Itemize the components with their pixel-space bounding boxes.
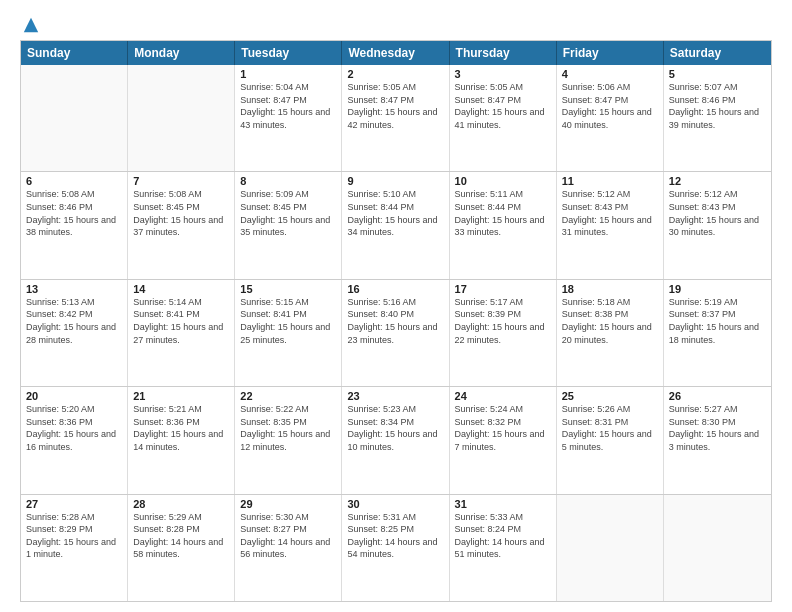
calendar-row-4: 20Sunrise: 5:20 AM Sunset: 8:36 PM Dayli…: [21, 386, 771, 493]
day-cell-21: 21Sunrise: 5:21 AM Sunset: 8:36 PM Dayli…: [128, 387, 235, 493]
day-number: 24: [455, 390, 551, 402]
day-cell-6: 6Sunrise: 5:08 AM Sunset: 8:46 PM Daylig…: [21, 172, 128, 278]
calendar-row-1: 1Sunrise: 5:04 AM Sunset: 8:47 PM Daylig…: [21, 65, 771, 171]
day-number: 5: [669, 68, 766, 80]
calendar: SundayMondayTuesdayWednesdayThursdayFrid…: [20, 40, 772, 602]
day-cell-22: 22Sunrise: 5:22 AM Sunset: 8:35 PM Dayli…: [235, 387, 342, 493]
day-cell-8: 8Sunrise: 5:09 AM Sunset: 8:45 PM Daylig…: [235, 172, 342, 278]
day-number: 4: [562, 68, 658, 80]
day-cell-31: 31Sunrise: 5:33 AM Sunset: 8:24 PM Dayli…: [450, 495, 557, 601]
day-number: 29: [240, 498, 336, 510]
day-info: Sunrise: 5:26 AM Sunset: 8:31 PM Dayligh…: [562, 403, 658, 453]
day-header-sunday: Sunday: [21, 41, 128, 65]
calendar-body: 1Sunrise: 5:04 AM Sunset: 8:47 PM Daylig…: [21, 65, 771, 601]
day-cell-25: 25Sunrise: 5:26 AM Sunset: 8:31 PM Dayli…: [557, 387, 664, 493]
day-number: 7: [133, 175, 229, 187]
day-cell-26: 26Sunrise: 5:27 AM Sunset: 8:30 PM Dayli…: [664, 387, 771, 493]
day-number: 11: [562, 175, 658, 187]
day-info: Sunrise: 5:05 AM Sunset: 8:47 PM Dayligh…: [347, 81, 443, 131]
day-info: Sunrise: 5:27 AM Sunset: 8:30 PM Dayligh…: [669, 403, 766, 453]
day-info: Sunrise: 5:28 AM Sunset: 8:29 PM Dayligh…: [26, 511, 122, 561]
day-header-wednesday: Wednesday: [342, 41, 449, 65]
day-number: 22: [240, 390, 336, 402]
day-number: 13: [26, 283, 122, 295]
day-info: Sunrise: 5:08 AM Sunset: 8:46 PM Dayligh…: [26, 188, 122, 238]
day-number: 18: [562, 283, 658, 295]
day-info: Sunrise: 5:31 AM Sunset: 8:25 PM Dayligh…: [347, 511, 443, 561]
empty-cell: [557, 495, 664, 601]
day-info: Sunrise: 5:09 AM Sunset: 8:45 PM Dayligh…: [240, 188, 336, 238]
day-info: Sunrise: 5:18 AM Sunset: 8:38 PM Dayligh…: [562, 296, 658, 346]
day-cell-9: 9Sunrise: 5:10 AM Sunset: 8:44 PM Daylig…: [342, 172, 449, 278]
day-number: 21: [133, 390, 229, 402]
day-number: 9: [347, 175, 443, 187]
day-info: Sunrise: 5:33 AM Sunset: 8:24 PM Dayligh…: [455, 511, 551, 561]
logo: [20, 16, 40, 30]
day-cell-16: 16Sunrise: 5:16 AM Sunset: 8:40 PM Dayli…: [342, 280, 449, 386]
day-number: 27: [26, 498, 122, 510]
day-number: 17: [455, 283, 551, 295]
day-header-friday: Friday: [557, 41, 664, 65]
day-number: 12: [669, 175, 766, 187]
day-info: Sunrise: 5:16 AM Sunset: 8:40 PM Dayligh…: [347, 296, 443, 346]
day-number: 30: [347, 498, 443, 510]
day-cell-20: 20Sunrise: 5:20 AM Sunset: 8:36 PM Dayli…: [21, 387, 128, 493]
day-header-monday: Monday: [128, 41, 235, 65]
day-cell-3: 3Sunrise: 5:05 AM Sunset: 8:47 PM Daylig…: [450, 65, 557, 171]
page: SundayMondayTuesdayWednesdayThursdayFrid…: [0, 0, 792, 612]
calendar-header: SundayMondayTuesdayWednesdayThursdayFrid…: [21, 41, 771, 65]
day-number: 23: [347, 390, 443, 402]
day-info: Sunrise: 5:29 AM Sunset: 8:28 PM Dayligh…: [133, 511, 229, 561]
day-cell-1: 1Sunrise: 5:04 AM Sunset: 8:47 PM Daylig…: [235, 65, 342, 171]
day-info: Sunrise: 5:22 AM Sunset: 8:35 PM Dayligh…: [240, 403, 336, 453]
day-number: 19: [669, 283, 766, 295]
day-info: Sunrise: 5:17 AM Sunset: 8:39 PM Dayligh…: [455, 296, 551, 346]
day-cell-27: 27Sunrise: 5:28 AM Sunset: 8:29 PM Dayli…: [21, 495, 128, 601]
day-info: Sunrise: 5:14 AM Sunset: 8:41 PM Dayligh…: [133, 296, 229, 346]
svg-marker-0: [24, 18, 38, 32]
day-cell-11: 11Sunrise: 5:12 AM Sunset: 8:43 PM Dayli…: [557, 172, 664, 278]
day-info: Sunrise: 5:05 AM Sunset: 8:47 PM Dayligh…: [455, 81, 551, 131]
day-number: 26: [669, 390, 766, 402]
day-info: Sunrise: 5:12 AM Sunset: 8:43 PM Dayligh…: [669, 188, 766, 238]
day-info: Sunrise: 5:13 AM Sunset: 8:42 PM Dayligh…: [26, 296, 122, 346]
day-cell-2: 2Sunrise: 5:05 AM Sunset: 8:47 PM Daylig…: [342, 65, 449, 171]
day-header-thursday: Thursday: [450, 41, 557, 65]
day-number: 2: [347, 68, 443, 80]
calendar-row-2: 6Sunrise: 5:08 AM Sunset: 8:46 PM Daylig…: [21, 171, 771, 278]
day-cell-28: 28Sunrise: 5:29 AM Sunset: 8:28 PM Dayli…: [128, 495, 235, 601]
empty-cell: [21, 65, 128, 171]
day-cell-10: 10Sunrise: 5:11 AM Sunset: 8:44 PM Dayli…: [450, 172, 557, 278]
day-number: 15: [240, 283, 336, 295]
day-cell-30: 30Sunrise: 5:31 AM Sunset: 8:25 PM Dayli…: [342, 495, 449, 601]
day-cell-14: 14Sunrise: 5:14 AM Sunset: 8:41 PM Dayli…: [128, 280, 235, 386]
day-header-tuesday: Tuesday: [235, 41, 342, 65]
calendar-row-3: 13Sunrise: 5:13 AM Sunset: 8:42 PM Dayli…: [21, 279, 771, 386]
day-cell-23: 23Sunrise: 5:23 AM Sunset: 8:34 PM Dayli…: [342, 387, 449, 493]
day-info: Sunrise: 5:24 AM Sunset: 8:32 PM Dayligh…: [455, 403, 551, 453]
calendar-row-5: 27Sunrise: 5:28 AM Sunset: 8:29 PM Dayli…: [21, 494, 771, 601]
day-cell-19: 19Sunrise: 5:19 AM Sunset: 8:37 PM Dayli…: [664, 280, 771, 386]
day-info: Sunrise: 5:11 AM Sunset: 8:44 PM Dayligh…: [455, 188, 551, 238]
empty-cell: [128, 65, 235, 171]
day-number: 25: [562, 390, 658, 402]
day-number: 28: [133, 498, 229, 510]
header: [20, 16, 772, 30]
day-number: 20: [26, 390, 122, 402]
day-info: Sunrise: 5:21 AM Sunset: 8:36 PM Dayligh…: [133, 403, 229, 453]
empty-cell: [664, 495, 771, 601]
day-info: Sunrise: 5:04 AM Sunset: 8:47 PM Dayligh…: [240, 81, 336, 131]
day-cell-17: 17Sunrise: 5:17 AM Sunset: 8:39 PM Dayli…: [450, 280, 557, 386]
day-number: 14: [133, 283, 229, 295]
day-info: Sunrise: 5:23 AM Sunset: 8:34 PM Dayligh…: [347, 403, 443, 453]
day-info: Sunrise: 5:19 AM Sunset: 8:37 PM Dayligh…: [669, 296, 766, 346]
day-cell-29: 29Sunrise: 5:30 AM Sunset: 8:27 PM Dayli…: [235, 495, 342, 601]
day-info: Sunrise: 5:15 AM Sunset: 8:41 PM Dayligh…: [240, 296, 336, 346]
day-header-saturday: Saturday: [664, 41, 771, 65]
day-number: 3: [455, 68, 551, 80]
day-number: 10: [455, 175, 551, 187]
day-number: 31: [455, 498, 551, 510]
day-cell-5: 5Sunrise: 5:07 AM Sunset: 8:46 PM Daylig…: [664, 65, 771, 171]
day-info: Sunrise: 5:08 AM Sunset: 8:45 PM Dayligh…: [133, 188, 229, 238]
day-cell-4: 4Sunrise: 5:06 AM Sunset: 8:47 PM Daylig…: [557, 65, 664, 171]
